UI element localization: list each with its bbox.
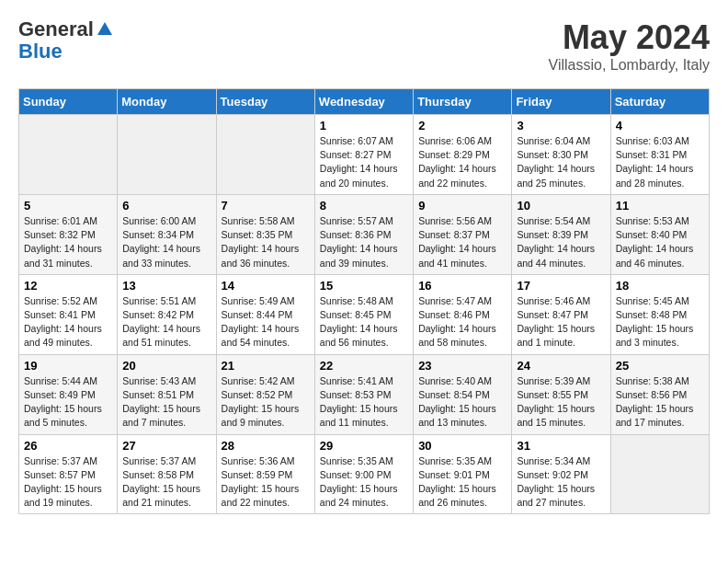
day-info: Sunrise: 5:36 AM Sunset: 8:59 PM Dayligh… [222, 454, 310, 511]
calendar-cell: 31Sunrise: 5:34 AM Sunset: 9:02 PM Dayli… [512, 434, 610, 514]
day-number: 23 [418, 359, 506, 373]
calendar-cell [216, 115, 314, 195]
calendar-cell: 24Sunrise: 5:39 AM Sunset: 8:55 PM Dayli… [512, 354, 610, 434]
day-number: 26 [24, 439, 112, 453]
column-header-monday: Monday [118, 89, 216, 115]
day-info: Sunrise: 5:40 AM Sunset: 8:54 PM Dayligh… [418, 374, 506, 431]
day-info: Sunrise: 6:04 AM Sunset: 8:30 PM Dayligh… [517, 134, 605, 190]
day-number: 7 [222, 199, 310, 213]
calendar-week-row: 26Sunrise: 5:37 AM Sunset: 8:57 PM Dayli… [19, 434, 710, 514]
calendar-cell: 10Sunrise: 5:54 AM Sunset: 8:39 PM Dayli… [512, 194, 610, 274]
column-header-wednesday: Wednesday [314, 89, 413, 115]
day-info: Sunrise: 5:42 AM Sunset: 8:52 PM Dayligh… [222, 374, 310, 431]
column-header-sunday: Sunday [19, 89, 118, 115]
day-number: 29 [320, 439, 408, 453]
day-info: Sunrise: 5:41 AM Sunset: 8:53 PM Dayligh… [320, 374, 408, 431]
calendar-cell: 13Sunrise: 5:51 AM Sunset: 8:42 PM Dayli… [118, 274, 216, 354]
day-number: 22 [320, 359, 408, 373]
day-info: Sunrise: 5:49 AM Sunset: 8:44 PM Dayligh… [222, 294, 310, 350]
location-title: Villassio, Lombardy, Italy [549, 57, 710, 74]
day-number: 2 [418, 119, 506, 132]
calendar-cell: 7Sunrise: 5:58 AM Sunset: 8:35 PM Daylig… [216, 194, 314, 274]
day-info: Sunrise: 5:56 AM Sunset: 8:37 PM Dayligh… [418, 214, 506, 270]
calendar-cell: 9Sunrise: 5:56 AM Sunset: 8:37 PM Daylig… [414, 194, 512, 274]
day-info: Sunrise: 5:57 AM Sunset: 8:36 PM Dayligh… [320, 214, 408, 270]
calendar-cell [610, 434, 709, 514]
calendar-cell: 23Sunrise: 5:40 AM Sunset: 8:54 PM Dayli… [414, 354, 512, 434]
title-block: May 2024 Villassio, Lombardy, Italy [549, 18, 710, 74]
calendar-cell: 22Sunrise: 5:41 AM Sunset: 8:53 PM Dayli… [314, 354, 413, 434]
day-info: Sunrise: 5:52 AM Sunset: 8:41 PM Dayligh… [24, 294, 112, 350]
day-info: Sunrise: 5:35 AM Sunset: 9:01 PM Dayligh… [418, 454, 506, 511]
day-info: Sunrise: 6:03 AM Sunset: 8:31 PM Dayligh… [616, 134, 704, 190]
calendar-table: SundayMondayTuesdayWednesdayThursdayFrid… [18, 88, 710, 514]
day-number: 1 [320, 119, 408, 132]
day-info: Sunrise: 6:01 AM Sunset: 8:32 PM Dayligh… [24, 214, 112, 270]
column-header-friday: Friday [512, 89, 610, 115]
day-info: Sunrise: 5:46 AM Sunset: 8:47 PM Dayligh… [517, 294, 605, 350]
day-info: Sunrise: 5:47 AM Sunset: 8:46 PM Dayligh… [418, 294, 506, 350]
day-info: Sunrise: 5:48 AM Sunset: 8:45 PM Dayligh… [320, 294, 408, 350]
calendar-cell: 20Sunrise: 5:43 AM Sunset: 8:51 PM Dayli… [118, 354, 216, 434]
calendar-week-row: 12Sunrise: 5:52 AM Sunset: 8:41 PM Dayli… [19, 274, 710, 354]
day-number: 15 [320, 279, 408, 293]
calendar-cell: 3Sunrise: 6:04 AM Sunset: 8:30 PM Daylig… [512, 115, 610, 195]
day-info: Sunrise: 5:35 AM Sunset: 9:00 PM Dayligh… [320, 454, 408, 511]
calendar-cell: 30Sunrise: 5:35 AM Sunset: 9:01 PM Dayli… [414, 434, 512, 514]
day-number: 21 [222, 359, 310, 373]
calendar-cell: 4Sunrise: 6:03 AM Sunset: 8:31 PM Daylig… [610, 115, 709, 195]
month-title: May 2024 [549, 18, 710, 57]
calendar-cell: 19Sunrise: 5:44 AM Sunset: 8:49 PM Dayli… [19, 354, 118, 434]
calendar-week-row: 5Sunrise: 6:01 AM Sunset: 8:32 PM Daylig… [19, 194, 710, 274]
logo: General Blue [18, 18, 114, 63]
day-number: 6 [122, 199, 210, 213]
day-info: Sunrise: 5:37 AM Sunset: 8:58 PM Dayligh… [122, 454, 210, 511]
svg-marker-0 [97, 22, 112, 35]
logo-triangle-icon [96, 18, 114, 37]
page-header: General Blue May 2024 Villassio, Lombard… [18, 18, 710, 74]
day-number: 20 [122, 359, 210, 373]
day-number: 3 [517, 119, 605, 132]
calendar-cell: 6Sunrise: 6:00 AM Sunset: 8:34 PM Daylig… [118, 194, 216, 274]
day-number: 11 [616, 199, 704, 213]
calendar-cell: 16Sunrise: 5:47 AM Sunset: 8:46 PM Dayli… [414, 274, 512, 354]
day-info: Sunrise: 6:00 AM Sunset: 8:34 PM Dayligh… [122, 214, 210, 270]
day-info: Sunrise: 5:34 AM Sunset: 9:02 PM Dayligh… [517, 454, 605, 511]
day-info: Sunrise: 5:58 AM Sunset: 8:35 PM Dayligh… [222, 214, 310, 270]
day-number: 28 [222, 439, 310, 453]
day-info: Sunrise: 5:53 AM Sunset: 8:40 PM Dayligh… [616, 214, 704, 270]
day-info: Sunrise: 5:39 AM Sunset: 8:55 PM Dayligh… [517, 374, 605, 431]
day-number: 5 [24, 199, 112, 213]
day-number: 8 [320, 199, 408, 213]
day-number: 19 [24, 359, 112, 373]
calendar-cell [118, 115, 216, 195]
day-info: Sunrise: 5:44 AM Sunset: 8:49 PM Dayligh… [24, 374, 112, 431]
day-number: 4 [616, 119, 704, 132]
day-info: Sunrise: 5:45 AM Sunset: 8:48 PM Dayligh… [616, 294, 704, 350]
calendar-week-row: 19Sunrise: 5:44 AM Sunset: 8:49 PM Dayli… [19, 354, 710, 434]
day-number: 17 [517, 279, 605, 293]
day-number: 31 [517, 439, 605, 453]
logo-blue-text: Blue [18, 40, 114, 63]
calendar-cell: 28Sunrise: 5:36 AM Sunset: 8:59 PM Dayli… [216, 434, 314, 514]
calendar-cell: 17Sunrise: 5:46 AM Sunset: 8:47 PM Dayli… [512, 274, 610, 354]
day-number: 12 [24, 279, 112, 293]
day-info: Sunrise: 5:43 AM Sunset: 8:51 PM Dayligh… [122, 374, 210, 431]
day-info: Sunrise: 5:38 AM Sunset: 8:56 PM Dayligh… [616, 374, 704, 431]
calendar-cell: 21Sunrise: 5:42 AM Sunset: 8:52 PM Dayli… [216, 354, 314, 434]
calendar-cell: 11Sunrise: 5:53 AM Sunset: 8:40 PM Dayli… [610, 194, 709, 274]
calendar-cell: 14Sunrise: 5:49 AM Sunset: 8:44 PM Dayli… [216, 274, 314, 354]
day-number: 14 [222, 279, 310, 293]
calendar-cell: 26Sunrise: 5:37 AM Sunset: 8:57 PM Dayli… [19, 434, 118, 514]
calendar-cell: 2Sunrise: 6:06 AM Sunset: 8:29 PM Daylig… [414, 115, 512, 195]
day-number: 25 [616, 359, 704, 373]
day-number: 9 [418, 199, 506, 213]
calendar-cell: 25Sunrise: 5:38 AM Sunset: 8:56 PM Dayli… [610, 354, 709, 434]
day-info: Sunrise: 5:51 AM Sunset: 8:42 PM Dayligh… [122, 294, 210, 350]
day-number: 27 [122, 439, 210, 453]
calendar-cell: 18Sunrise: 5:45 AM Sunset: 8:48 PM Dayli… [610, 274, 709, 354]
column-header-saturday: Saturday [610, 89, 709, 115]
day-info: Sunrise: 5:37 AM Sunset: 8:57 PM Dayligh… [24, 454, 112, 511]
calendar-cell: 5Sunrise: 6:01 AM Sunset: 8:32 PM Daylig… [19, 194, 118, 274]
calendar-cell [19, 115, 118, 195]
